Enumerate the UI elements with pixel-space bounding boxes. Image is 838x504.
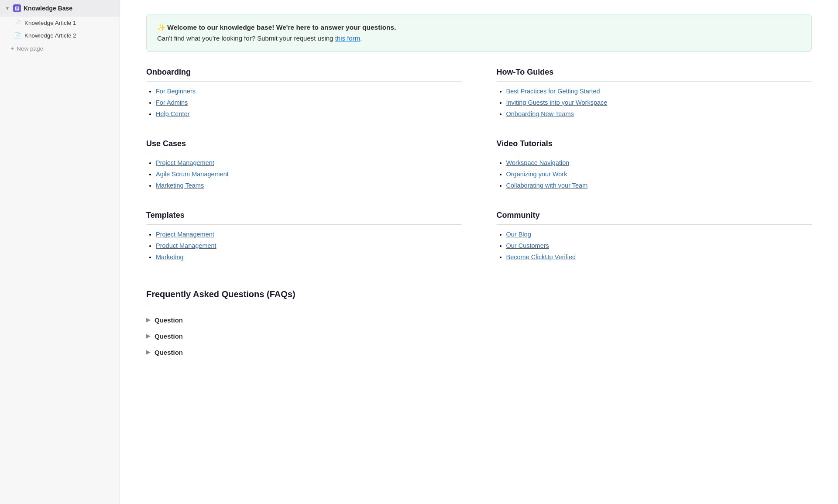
faq-question-label: Question <box>155 349 183 356</box>
sidebar: ▼ Knowledge Base 📄 Knowledge Article 1 📄… <box>0 0 120 504</box>
section-how-to-guides: How-To GuidesBest Practices for Getting … <box>497 68 812 122</box>
section-link[interactable]: Product Management <box>156 242 216 249</box>
section-community: CommunityOur BlogOur CustomersBecome Cli… <box>497 211 812 265</box>
list-item: Inviting Guests into your Workspace <box>506 99 812 106</box>
section-divider-use-cases <box>146 153 462 153</box>
list-item: Best Practices for Getting Started <box>506 88 812 95</box>
faq-title: Frequently Asked Questions (FAQs) <box>146 289 812 299</box>
section-link[interactable]: Organizing your Work <box>506 171 567 178</box>
list-item: Product Management <box>156 242 462 249</box>
sidebar-child-label-1: Knowledge Article 1 <box>24 20 76 26</box>
section-list-community: Our BlogOur CustomersBecome ClickUp Veri… <box>497 231 812 261</box>
section-link[interactable]: Marketing Teams <box>156 182 204 189</box>
faq-section: Frequently Asked Questions (FAQs)▶Questi… <box>146 289 812 360</box>
section-list-templates: Project ManagementProduct ManagementMark… <box>146 231 462 261</box>
list-item: For Beginners <box>156 88 462 95</box>
list-item: Help Center <box>156 110 462 117</box>
section-divider-community <box>497 224 812 225</box>
list-item: Project Management <box>156 231 462 238</box>
section-link[interactable]: Our Customers <box>506 242 549 249</box>
list-item: Organizing your Work <box>506 171 812 178</box>
section-use-cases: Use CasesProject ManagementAgile Scrum M… <box>146 139 462 193</box>
list-item: For Admins <box>156 99 462 106</box>
section-link[interactable]: Become ClickUp Verified <box>506 254 576 261</box>
section-video-tutorials: Video TutorialsWorkspace NavigationOrgan… <box>497 139 812 193</box>
document-icon: 📄 <box>14 20 21 26</box>
sidebar-child-label-2: Knowledge Article 2 <box>24 32 76 39</box>
welcome-title: ✨ Welcome to our knowledge base! We're h… <box>157 22 801 33</box>
section-link[interactable]: For Admins <box>156 99 188 106</box>
section-templates: TemplatesProject ManagementProduct Manag… <box>146 211 462 265</box>
faq-question-label: Question <box>155 333 183 340</box>
section-list-use-cases: Project ManagementAgile Scrum Management… <box>146 159 462 189</box>
triangle-icon: ▶ <box>146 317 150 323</box>
list-item: Our Customers <box>506 242 812 249</box>
section-link[interactable]: For Beginners <box>156 88 196 95</box>
section-list-onboarding: For BeginnersFor AdminsHelp Center <box>146 88 462 117</box>
section-link[interactable]: Collaborating with your Team <box>506 182 588 189</box>
welcome-subtitle: Can't find what you're looking for? Subm… <box>157 33 801 44</box>
section-link[interactable]: Onboarding New Teams <box>506 110 574 117</box>
list-item: Onboarding New Teams <box>506 110 812 117</box>
new-page-label: New page <box>17 45 43 52</box>
section-link[interactable]: Our Blog <box>506 231 531 238</box>
list-item: Marketing Teams <box>156 182 462 189</box>
section-title-how-to-guides: How-To Guides <box>497 68 812 77</box>
plus-icon: + <box>10 45 14 52</box>
section-link[interactable]: Project Management <box>156 159 214 166</box>
sidebar-root-label: Knowledge Base <box>24 5 72 12</box>
faq-question-label: Question <box>155 316 183 324</box>
list-item: Our Blog <box>506 231 812 238</box>
section-link[interactable]: Agile Scrum Management <box>156 171 229 178</box>
faq-item-0[interactable]: ▶Question <box>146 312 812 328</box>
document-icon: 📄 <box>14 32 21 39</box>
list-item: Become ClickUp Verified <box>506 254 812 261</box>
chevron-down-icon: ▼ <box>4 5 10 11</box>
sections-grid: OnboardingFor BeginnersFor AdminsHelp Ce… <box>146 68 812 360</box>
section-divider-onboarding <box>146 81 462 82</box>
section-link[interactable]: Help Center <box>156 110 189 117</box>
faq-item-1[interactable]: ▶Question <box>146 328 812 344</box>
new-page-button[interactable]: + New page <box>0 42 120 55</box>
section-link[interactable]: Marketing <box>156 254 184 261</box>
main-content: ✨ Welcome to our knowledge base! We're h… <box>120 0 838 504</box>
section-divider-video-tutorials <box>497 153 812 153</box>
triangle-icon: ▶ <box>146 333 150 339</box>
sidebar-root-item[interactable]: ▼ Knowledge Base <box>0 0 120 17</box>
faq-item-2[interactable]: ▶Question <box>146 344 812 360</box>
section-link[interactable]: Best Practices for Getting Started <box>506 88 600 95</box>
section-title-video-tutorials: Video Tutorials <box>497 139 812 148</box>
section-link[interactable]: Workspace Navigation <box>506 159 570 166</box>
section-title-use-cases: Use Cases <box>146 139 462 148</box>
section-onboarding: OnboardingFor BeginnersFor AdminsHelp Ce… <box>146 68 462 122</box>
list-item: Collaborating with your Team <box>506 182 812 189</box>
section-divider-how-to-guides <box>497 81 812 82</box>
section-list-video-tutorials: Workspace NavigationOrganizing your Work… <box>497 159 812 189</box>
section-link[interactable]: Inviting Guests into your Workspace <box>506 99 608 106</box>
welcome-link[interactable]: this form <box>335 34 361 42</box>
triangle-icon: ▶ <box>146 349 150 355</box>
list-item: Agile Scrum Management <box>156 171 462 178</box>
list-item: Workspace Navigation <box>506 159 812 166</box>
welcome-banner: ✨ Welcome to our knowledge base! We're h… <box>146 14 812 52</box>
sidebar-item-knowledge-article-2[interactable]: 📄 Knowledge Article 2 <box>0 29 120 42</box>
section-title-onboarding: Onboarding <box>146 68 462 77</box>
list-item: Marketing <box>156 254 462 261</box>
section-divider-templates <box>146 224 462 225</box>
section-list-how-to-guides: Best Practices for Getting StartedInviti… <box>497 88 812 117</box>
section-title-templates: Templates <box>146 211 462 220</box>
list-item: Project Management <box>156 159 462 166</box>
faq-divider <box>146 304 812 304</box>
section-link[interactable]: Project Management <box>156 231 214 238</box>
knowledge-base-icon <box>13 4 21 12</box>
section-title-community: Community <box>497 211 812 220</box>
sidebar-item-knowledge-article-1[interactable]: 📄 Knowledge Article 1 <box>0 17 120 29</box>
